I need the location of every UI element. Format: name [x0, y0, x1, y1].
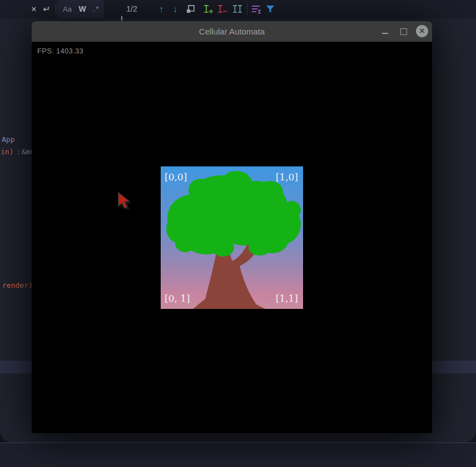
fps-counter: FPS: 1403.33 — [37, 47, 83, 55]
toolbar-divider — [56, 3, 56, 15]
window-titlebar[interactable]: Cellular Automata ✕ — [32, 21, 432, 42]
filter-icon[interactable] — [266, 4, 275, 14]
corner-label-bottom-left: [0, 1] — [165, 293, 190, 304]
match-case-toggle[interactable]: Aa — [60, 0, 75, 18]
toolbar-divider — [247, 3, 247, 15]
search-toolbar: ✕ ↵ Aa W .* 1/2 ↑ ↓ — [0, 0, 476, 18]
code-fragment-in: in) — [1, 148, 13, 156]
corner-label-top-right: [1,0] — [276, 171, 298, 183]
remove-cursor-icon[interactable] — [217, 4, 227, 14]
render-canvas[interactable]: [0,0] [1,0] [0, 1] [1,1] — [161, 166, 303, 309]
close-button[interactable]: ✕ — [415, 21, 429, 42]
code-fragment-colon: : — [17, 148, 21, 156]
add-cursor-icon[interactable] — [204, 4, 214, 14]
close-search-icon[interactable]: ✕ — [29, 0, 38, 18]
close-icon: ✕ — [416, 25, 428, 37]
code-fragment-render: render) — [2, 281, 33, 289]
maximize-icon — [400, 28, 407, 35]
screen: ✕ ↵ Aa W .* 1/2 ↑ ↓ — [0, 0, 476, 467]
next-match-icon[interactable]: ↓ — [170, 0, 180, 18]
minimize-button[interactable] — [379, 21, 392, 42]
prev-match-icon[interactable]: ↑ — [156, 0, 166, 18]
match-count: 1/2 — [122, 0, 141, 18]
whole-word-toggle[interactable]: W — [75, 0, 90, 18]
window-content: FPS: 1403.33 — [32, 42, 432, 433]
bottom-panel — [0, 443, 476, 467]
window-title: Cellular Automata — [32, 21, 432, 42]
list-cursor-icon[interactable] — [251, 4, 261, 14]
return-icon[interactable]: ↵ — [41, 0, 53, 18]
tree-image — [161, 166, 303, 309]
code-fragment-app: App — [2, 135, 14, 144]
search-option-group: Aa W .* — [57, 0, 104, 18]
search-caret — [121, 16, 122, 21]
select-all-matches-icon[interactable] — [186, 4, 195, 14]
corner-label-top-left: [0,0] — [165, 171, 187, 183]
minimize-icon — [382, 33, 388, 34]
maximize-button[interactable] — [397, 21, 410, 42]
tree-canopy — [166, 171, 301, 257]
mouse-cursor-icon — [117, 192, 133, 213]
regex-toggle[interactable]: .* — [90, 0, 103, 18]
corner-label-bottom-right: [1,1] — [276, 293, 298, 304]
multi-cursor-icon[interactable] — [232, 4, 242, 14]
cellular-automata-window: Cellular Automata ✕ FPS: 1403.33 — [32, 21, 432, 433]
